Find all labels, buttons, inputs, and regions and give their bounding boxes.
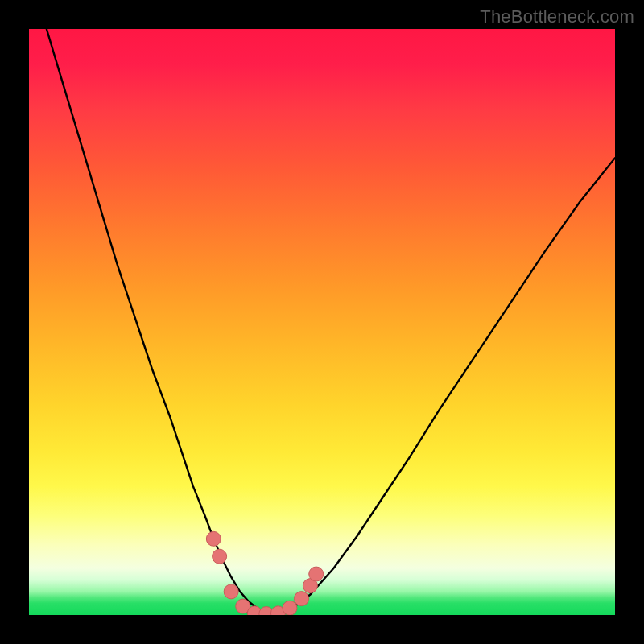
curve-layer xyxy=(29,29,615,615)
plot-area xyxy=(29,29,615,615)
curve-marker xyxy=(309,567,324,581)
bottom-markers xyxy=(206,531,323,615)
bottleneck-curve xyxy=(47,29,615,614)
curve-marker xyxy=(224,584,238,599)
curve-marker xyxy=(213,549,227,564)
chart-frame: TheBottleneck.com xyxy=(0,0,644,644)
curve-marker xyxy=(206,531,221,546)
watermark-text: TheBottleneck.com xyxy=(480,6,634,27)
curve-marker xyxy=(295,592,309,606)
curve-marker xyxy=(283,601,297,615)
